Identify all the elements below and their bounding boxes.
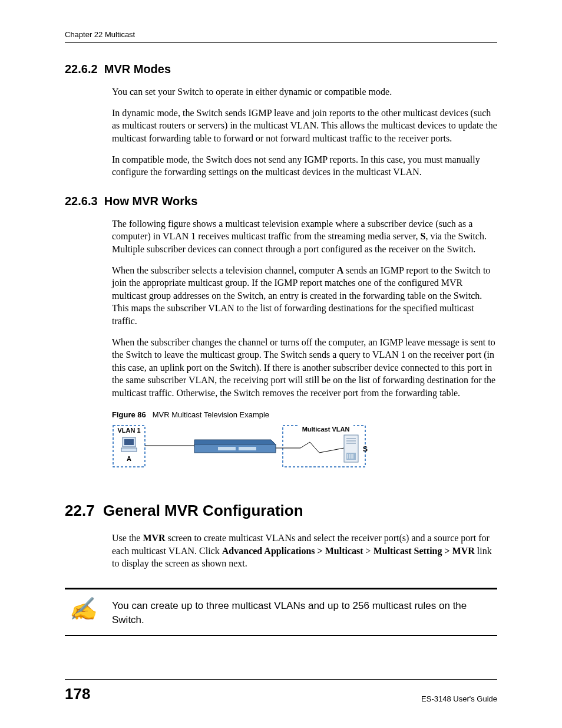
paragraph: When the subscriber selects a television… <box>112 264 497 328</box>
note-icon: ✍ <box>65 595 100 620</box>
a-label: A <box>127 455 131 462</box>
page-header: Chapter 22 Multicast <box>65 29 497 43</box>
section-number: 22.7 <box>65 502 95 519</box>
svg-rect-7 <box>218 447 236 450</box>
note-rule-top <box>65 588 497 589</box>
figure-diagram: VLAN 1 A Multicast VLAN S <box>112 424 497 472</box>
paragraph: You can set your Switch to operate in ei… <box>112 85 497 98</box>
guide-label: ES-3148 User's Guide <box>421 694 497 704</box>
s-label: S <box>363 445 368 453</box>
chapter-label: Chapter 22 Multicast <box>65 30 135 39</box>
vlan1-label: VLAN 1 <box>117 427 140 434</box>
svg-rect-3 <box>121 448 137 452</box>
paragraph: When the subscriber changes the channel … <box>112 336 497 400</box>
paragraph: In dynamic mode, the Switch sends IGMP l… <box>112 107 497 145</box>
mvlan-label: Multicast VLAN <box>302 426 350 433</box>
page-number: 178 <box>65 683 90 704</box>
section-number: 22.6.2 <box>65 62 98 75</box>
section-title: How MVR Works <box>104 195 198 207</box>
section-title: MVR Modes <box>104 62 171 75</box>
paragraph: In compatible mode, the Switch does not … <box>112 153 497 179</box>
section-heading-general-mvr-config: 22.7 General MVR Configuration <box>65 500 497 521</box>
paragraph: The following figure shows a multicast t… <box>112 218 497 256</box>
figure-number: Figure 86 <box>112 410 146 419</box>
svg-rect-8 <box>239 447 256 450</box>
paragraph: Use the MVR screen to create multicast V… <box>112 532 497 570</box>
svg-rect-2 <box>124 439 134 445</box>
note-block: ✍ You can create up to three multicast V… <box>65 588 497 637</box>
note-rule-bottom <box>65 635 497 636</box>
section-heading-how-mvr-works: 22.6.3 How MVR Works <box>65 193 497 209</box>
note-text: You can create up to three multicast VLA… <box>112 595 497 627</box>
section-title: General MVR Configuration <box>103 502 303 519</box>
section-number: 22.6.3 <box>65 195 98 207</box>
figure-caption: Figure 86 MVR Multicast Television Examp… <box>112 410 497 420</box>
figure-title: MVR Multicast Television Example <box>153 410 269 419</box>
section-heading-mvr-modes: 22.6.2 MVR Modes <box>65 61 497 77</box>
page-footer: 178 ES-3148 User's Guide <box>65 679 497 704</box>
